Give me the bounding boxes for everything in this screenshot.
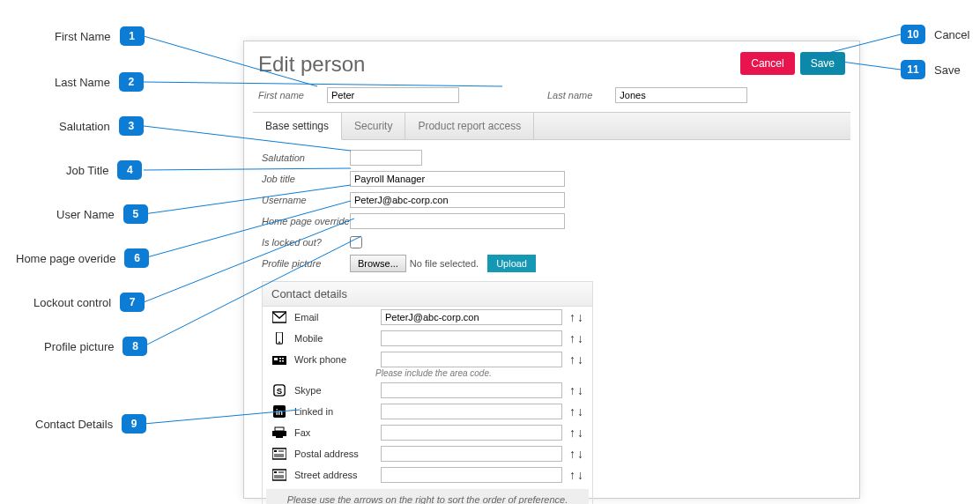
postal-label: Postal address bbox=[294, 448, 374, 459]
cancel-button[interactable]: Cancel bbox=[740, 52, 794, 75]
contact-heading: Contact details bbox=[263, 282, 592, 307]
move-up-icon[interactable]: ↑ bbox=[569, 383, 575, 397]
contact-footer-hint: Please use the arrows on the right to so… bbox=[266, 489, 589, 504]
skype-label: Skype bbox=[294, 385, 374, 396]
save-button[interactable]: Save bbox=[800, 52, 845, 75]
salutation-label: Salutation bbox=[262, 152, 350, 163]
fax-label: Fax bbox=[294, 427, 374, 438]
move-up-icon[interactable]: ↑ bbox=[569, 426, 575, 440]
move-up-icon[interactable]: ↑ bbox=[569, 331, 575, 345]
svg-rect-26 bbox=[276, 436, 283, 438]
linkedin-input[interactable] bbox=[381, 404, 562, 419]
move-up-icon[interactable]: ↑ bbox=[569, 468, 575, 482]
workphone-icon bbox=[271, 352, 287, 367]
first-name-label: First name bbox=[258, 90, 304, 100]
skype-icon: S bbox=[271, 383, 287, 397]
move-down-icon[interactable]: ↓ bbox=[577, 404, 583, 419]
svg-rect-15 bbox=[274, 358, 278, 360]
locked-checkbox[interactable] bbox=[350, 236, 362, 248]
svg-rect-25 bbox=[275, 427, 284, 431]
move-down-icon[interactable]: ↓ bbox=[577, 331, 583, 345]
email-icon bbox=[271, 310, 287, 324]
annot-4: Job Title4 bbox=[66, 160, 142, 180]
svg-rect-17 bbox=[282, 358, 284, 359]
homepage-label: Home page override bbox=[262, 216, 350, 226]
username-label: Username bbox=[262, 195, 350, 205]
annot-1: First Name1 bbox=[55, 26, 145, 46]
browse-button[interactable]: Browse... bbox=[350, 255, 406, 272]
tabs: Base settings Security Product report ac… bbox=[253, 112, 850, 140]
mobile-label: Mobile bbox=[294, 333, 374, 344]
job-title-input[interactable] bbox=[350, 171, 565, 187]
tab-base-settings[interactable]: Base settings bbox=[253, 113, 342, 140]
annot-3: Salutation3 bbox=[59, 116, 144, 136]
contact-details-card: Contact details Email ↑↓ Mobile ↑↓ Work … bbox=[262, 281, 593, 504]
mobile-input[interactable] bbox=[381, 330, 562, 346]
svg-rect-24 bbox=[272, 431, 286, 436]
annot-2: Last Name2 bbox=[55, 72, 144, 92]
move-down-icon[interactable]: ↓ bbox=[577, 468, 583, 482]
annot-10: Cancel10 bbox=[901, 25, 969, 44]
edit-person-panel: Edit person Cancel Save First name Last … bbox=[243, 41, 860, 499]
fax-input[interactable] bbox=[381, 425, 562, 441]
profile-label: Profile picture bbox=[262, 258, 350, 269]
move-down-icon[interactable]: ↓ bbox=[577, 383, 583, 397]
annot-7: Lockout control7 bbox=[33, 293, 145, 312]
email-input[interactable] bbox=[381, 309, 562, 325]
svg-rect-32 bbox=[272, 470, 286, 480]
move-up-icon[interactable]: ↑ bbox=[569, 352, 575, 367]
no-file-text: No file selected. bbox=[410, 258, 479, 269]
move-up-icon[interactable]: ↑ bbox=[569, 310, 575, 324]
move-down-icon[interactable]: ↓ bbox=[577, 352, 583, 367]
svg-rect-28 bbox=[274, 450, 277, 452]
email-label: Email bbox=[294, 312, 374, 322]
first-name-input[interactable] bbox=[327, 87, 459, 103]
homepage-input[interactable] bbox=[350, 213, 565, 229]
tab-product-report[interactable]: Product report access bbox=[405, 113, 534, 139]
street-icon bbox=[271, 468, 287, 482]
salutation-input[interactable] bbox=[350, 150, 422, 166]
postal-input[interactable] bbox=[381, 446, 562, 462]
tab-security[interactable]: Security bbox=[342, 113, 405, 139]
page-title: Edit person bbox=[258, 52, 735, 77]
svg-rect-16 bbox=[279, 358, 281, 359]
last-name-input[interactable] bbox=[615, 87, 747, 103]
svg-rect-19 bbox=[282, 360, 284, 362]
svg-text:in: in bbox=[276, 408, 283, 417]
last-name-label: Last name bbox=[547, 90, 592, 100]
svg-rect-27 bbox=[272, 448, 286, 459]
street-input[interactable] bbox=[381, 467, 562, 483]
annot-5: User Name5 bbox=[56, 204, 148, 224]
move-down-icon[interactable]: ↓ bbox=[577, 426, 583, 440]
svg-rect-18 bbox=[279, 360, 281, 362]
workphone-input[interactable] bbox=[381, 352, 562, 367]
workphone-hint: Please include the area code. bbox=[263, 368, 592, 378]
move-down-icon[interactable]: ↓ bbox=[577, 447, 583, 461]
upload-button[interactable]: Upload bbox=[487, 255, 536, 272]
postal-icon bbox=[271, 447, 287, 461]
annot-6: Home page overide6 bbox=[16, 248, 149, 268]
workphone-label: Work phone bbox=[294, 354, 374, 365]
skype-input[interactable] bbox=[381, 382, 562, 398]
annot-8: Profile picture8 bbox=[44, 337, 147, 356]
move-up-icon[interactable]: ↑ bbox=[569, 447, 575, 461]
street-label: Street address bbox=[294, 470, 374, 480]
mobile-icon bbox=[271, 331, 287, 345]
svg-text:S: S bbox=[277, 386, 283, 396]
job-title-label: Job title bbox=[262, 174, 350, 184]
svg-point-13 bbox=[278, 342, 280, 344]
move-up-icon[interactable]: ↑ bbox=[569, 404, 575, 419]
fax-icon bbox=[271, 426, 287, 440]
move-down-icon[interactable]: ↓ bbox=[577, 310, 583, 324]
locked-label: Is locked out? bbox=[262, 237, 350, 248]
svg-rect-33 bbox=[274, 471, 277, 473]
username-input[interactable] bbox=[350, 192, 565, 208]
annot-9: Contact Details9 bbox=[35, 414, 146, 434]
linkedin-icon: in bbox=[271, 404, 287, 419]
linkedin-label: Linked in bbox=[294, 406, 374, 417]
annot-11: Save11 bbox=[901, 60, 961, 79]
